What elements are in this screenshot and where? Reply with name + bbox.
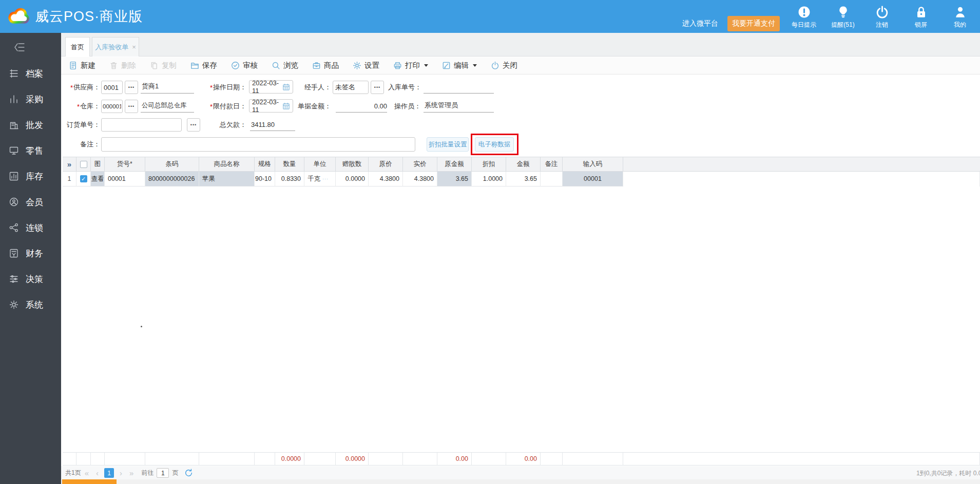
collapse-sidebar-icon[interactable] xyxy=(13,41,26,53)
profile-button[interactable]: 我的 xyxy=(945,6,975,33)
order-lookup-button[interactable]: ••• xyxy=(187,118,200,132)
sidebar-item-archive[interactable]: 档案 xyxy=(0,61,61,86)
goto-page-input[interactable] xyxy=(157,468,169,478)
sidebar-item-inventory[interactable]: 库存 xyxy=(0,163,61,189)
sidebar-item-chain[interactable]: 连锁 xyxy=(0,215,61,240)
supplier-code-input[interactable] xyxy=(101,81,123,94)
new-button[interactable]: 新建 xyxy=(69,61,95,70)
sidebar-item-member[interactable]: 会员 xyxy=(0,189,61,215)
copy-button[interactable]: 复制 xyxy=(150,61,177,70)
cell-spec[interactable]: 90-10 xyxy=(255,172,275,187)
total-debt-value: 3411.80 xyxy=(250,118,295,131)
close-button[interactable]: 关闭 xyxy=(491,61,517,70)
main-content: 首页 入库验收单 × 新建 删除 复制 保存 审核 浏览 xyxy=(61,33,980,484)
enter-micro-platform-link[interactable]: 进入微平台 xyxy=(682,19,718,33)
grid-totals-row: 0.0000 0.0000 0.00 0.00 xyxy=(61,452,980,466)
topbar-actions: 进入微平台 我要开通支付 每日提示 提醒(51) 注销 锁屏 我的 xyxy=(682,0,975,33)
sidebar-item-wholesale[interactable]: 批发 xyxy=(0,112,61,138)
row-checkbox[interactable]: ✓ xyxy=(80,175,87,182)
cell-gift[interactable]: 0.0000 xyxy=(336,172,369,187)
order-no-input[interactable] xyxy=(101,118,182,132)
handler-label: 经手人： xyxy=(301,80,331,95)
print-button[interactable]: 打印 xyxy=(393,61,428,70)
warehouse-lookup-button[interactable]: ••• xyxy=(125,100,138,113)
inbound-no-field[interactable] xyxy=(424,80,494,94)
due-date-picker[interactable]: 2022-03-11 xyxy=(249,99,293,113)
sidebar-item-purchase[interactable]: 采购 xyxy=(0,86,61,112)
cell-real-price[interactable]: 4.3800 xyxy=(403,172,437,187)
discount-batch-settings-button[interactable]: 折扣批量设置 xyxy=(427,137,469,152)
sidebar-item-finance[interactable]: 财务 xyxy=(0,240,61,266)
delete-button[interactable]: 删除 xyxy=(109,61,136,70)
expand-all-icon[interactable]: » xyxy=(67,160,71,169)
cell-barcode[interactable]: 8000000000026 xyxy=(145,172,199,187)
supplier-lookup-button[interactable]: ••• xyxy=(125,81,138,94)
cell-remark[interactable] xyxy=(541,172,563,187)
select-all-checkbox[interactable] xyxy=(80,161,87,168)
sidebar-item-decision[interactable]: 决策 xyxy=(0,266,61,292)
refresh-icon[interactable] xyxy=(184,469,193,477)
cell-amount[interactable]: 3.65 xyxy=(506,172,541,187)
supplier-label: *供应商： xyxy=(61,80,100,95)
grid-header-row: » 图 货号* 条码 商品名称 规格 数量 单位 赠散数 原价 实价 原金额 折… xyxy=(61,157,980,172)
document-toolbar: 新建 删除 复制 保存 审核 浏览 商品 设置 xyxy=(61,57,980,75)
audit-button[interactable]: 审核 xyxy=(231,61,258,70)
header-img: 图 xyxy=(91,157,105,172)
cell-qty[interactable]: 0.8330 xyxy=(275,172,304,187)
supplier-name-text: 货商1 xyxy=(141,80,194,94)
print-dropdown-caret xyxy=(424,64,428,67)
cell-input-code[interactable]: 00001 xyxy=(563,172,623,187)
horizontal-scrollbar-thumb[interactable] xyxy=(62,479,117,484)
tab-inbound-receipt[interactable]: 入库验收单 × xyxy=(92,37,139,57)
calendar-icon[interactable] xyxy=(282,102,290,110)
calendar-icon[interactable] xyxy=(282,83,290,91)
power-circle-icon xyxy=(491,61,499,70)
edit-dropdown-caret xyxy=(473,64,477,67)
handler-lookup-button[interactable]: ••• xyxy=(371,81,384,94)
view-image-link[interactable]: 查看 xyxy=(91,172,105,187)
total-qty: 0.0000 xyxy=(275,452,304,466)
sidebar-item-retail[interactable]: 零售 xyxy=(0,138,61,163)
cell-orig-price[interactable]: 4.3800 xyxy=(369,172,403,187)
op-date-picker[interactable]: 2022-03-11 xyxy=(249,80,293,94)
last-page-icon[interactable]: » xyxy=(129,469,133,477)
daily-tips-button[interactable]: 每日提示 xyxy=(789,6,819,33)
open-payment-button[interactable]: 我要开通支付 xyxy=(727,16,780,31)
warehouse-code-input[interactable] xyxy=(101,100,123,113)
logout-button[interactable]: 注销 xyxy=(867,6,897,33)
edit-button[interactable]: 编辑 xyxy=(442,61,477,70)
archive-icon xyxy=(9,68,19,79)
browse-button[interactable]: 浏览 xyxy=(272,61,298,70)
header-unit: 单位 xyxy=(304,157,336,172)
first-page-icon[interactable]: « xyxy=(85,469,89,477)
unit-ellipsis-icon[interactable]: ··· xyxy=(322,176,329,181)
stray-mark xyxy=(141,326,142,327)
folder-icon xyxy=(190,61,199,70)
reminders-button[interactable]: 提醒(51) xyxy=(828,6,858,33)
cell-name[interactable]: 苹果 xyxy=(199,172,255,187)
exclamation-icon xyxy=(798,6,811,18)
remark-input[interactable] xyxy=(101,137,415,152)
bar-chart-icon xyxy=(9,94,19,104)
next-page-icon[interactable]: › xyxy=(120,469,122,477)
monitor-icon xyxy=(9,145,19,156)
current-page-button[interactable]: 1 xyxy=(104,468,114,478)
header-discount: 折扣 xyxy=(472,157,506,172)
settings-button[interactable]: 设置 xyxy=(353,61,379,70)
form-row-1: *供应商： ••• 货商1 *操作日期： 2022-03-11 经手人： •••… xyxy=(61,80,980,95)
header-code: 货号* xyxy=(105,157,145,172)
product-button[interactable]: 商品 xyxy=(312,61,339,70)
sidebar-item-system[interactable]: 系统 xyxy=(0,292,61,318)
cell-discount[interactable]: 1.0000 xyxy=(472,172,506,187)
tab-home[interactable]: 首页 xyxy=(65,37,90,57)
tab-close-icon[interactable]: × xyxy=(132,43,136,51)
save-button[interactable]: 保存 xyxy=(190,61,217,70)
prev-page-icon[interactable]: ‹ xyxy=(96,469,99,477)
cell-unit[interactable]: 千克··· xyxy=(304,172,336,187)
doc-amount-label: 单据金额： xyxy=(292,99,331,114)
cell-orig-amount[interactable]: 3.65 xyxy=(437,172,472,187)
lock-screen-button[interactable]: 锁屏 xyxy=(906,6,936,33)
cell-code[interactable]: 00001 xyxy=(105,172,145,187)
handler-input[interactable] xyxy=(333,81,369,94)
table-row: 1 ✓ 查看 00001 8000000000026 苹果 90-10 0.83… xyxy=(61,172,980,187)
